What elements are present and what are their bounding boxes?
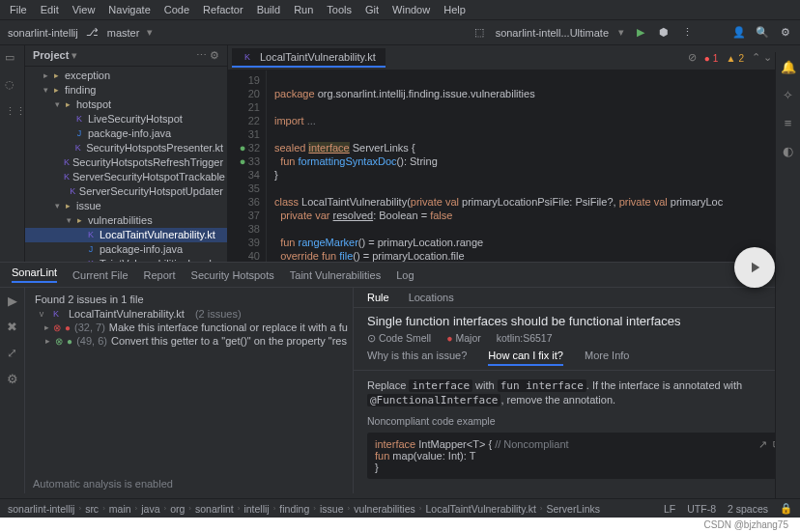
readonly-icon[interactable]: 🔒 [780,502,792,515]
rule-tab[interactable]: Locations [409,292,454,303]
editor-tab[interactable]: K LocalTaintVulnerability.kt [232,48,386,68]
issue-row[interactable]: ▸⊗ ● (49, 6) Convert this getter to a "g… [31,334,347,348]
structure-tool-icon[interactable]: ⋮⋮ [5,105,20,121]
commit-tool-icon[interactable]: ◌ [5,78,20,94]
breadcrumb-item[interactable]: intellij [243,503,269,515]
open-icon[interactable]: ↗ [758,438,767,451]
indent[interactable]: 2 spaces [728,503,768,515]
rule-tab[interactable]: Rule [367,292,389,303]
breadcrumb-item[interactable]: org [170,503,185,515]
analyze-icon[interactable]: ▶ [8,294,17,308]
menu-edit[interactable]: Edit [41,4,59,15]
breadcrumb-item[interactable]: LocalTaintVulnerability.kt [425,503,535,515]
sonar-tab[interactable]: Current File [72,269,128,281]
expand-icon[interactable]: ⤢ [7,346,17,360]
project-name[interactable]: sonarlint-intellij [8,27,78,39]
sidebar-options-icon[interactable]: ⋯ ⚙ [196,49,219,62]
sonarlint-rail: ▶ ✖ ⤢ ⚙ [0,288,25,493]
breadcrumb-item[interactable]: src [85,503,99,515]
menu-build[interactable]: Build [257,4,280,15]
database-icon[interactable]: ≡ [785,116,792,130]
tree-item[interactable]: KLocalTaintVulnerability.kt [25,228,227,242]
more-icon[interactable]: ⋮ [680,26,694,40]
project-tree[interactable]: ▸▸exception▾▸finding▾▸hotspotKLiveSecuri… [25,67,227,262]
git-branch[interactable]: master [107,27,140,39]
rule-nav-item[interactable]: Why is this an issue? [367,350,467,366]
tree-item[interactable]: Jpackage-info.java [25,126,227,141]
search-icon[interactable]: 🔍 [756,26,769,40]
issues-file[interactable]: v K LocalTaintVulnerability.kt (2 issues… [31,307,347,321]
project-sidebar: Project ▾ ⋯ ⚙ ▸▸exception▾▸finding▾▸hots… [25,45,228,262]
breadcrumb-item[interactable]: finding [279,503,309,515]
user-icon[interactable]: 👤 [732,26,746,40]
tree-item[interactable]: KServerSecurityHotspotUpdater [25,184,227,199]
breadcrumb-item[interactable]: ServerLinks [547,503,600,515]
encoding[interactable]: UTF-8 [687,503,716,515]
toolbar: sonarlint-intellij ⎇ master ▾ ⬚ sonarlin… [0,20,800,45]
editor-area: K LocalTaintVulnerability.kt ⊘ ● 1 ▲ 2 ⌃… [228,45,800,262]
ai-icon[interactable]: ⊘ [688,51,697,64]
sonarlint-tabs: SonarLintCurrent FileReportSecurity Hots… [0,263,800,288]
tree-item[interactable]: ▾▸vulnerabilities [25,213,227,228]
filter-icon[interactable]: ⚙ [7,372,18,386]
tree-item[interactable]: ▾▸hotspot [25,98,227,112]
issue-row[interactable]: ▸⊗ ● (32, 7) Make this interface functio… [31,321,347,334]
sonar-tab[interactable]: Report [144,269,176,281]
sonar-tab[interactable]: Security Hotspots [191,269,274,281]
menu-refactor[interactable]: Refactor [203,4,243,15]
breadcrumb-item[interactable]: sonarlint [195,503,234,515]
rule-tabs: RuleLocations [354,288,800,308]
tree-item[interactable]: KSecurityHotspotsPresenter.kt [25,141,227,155]
breadcrumb-item[interactable]: issue [320,503,344,515]
project-tool-icon[interactable]: ▭ [5,51,20,67]
tree-item[interactable]: ▾▸finding [25,83,227,98]
tree-item[interactable]: KSecurityHotspotsRefreshTrigger [25,155,227,170]
fix-text: Replace interface with fun interface. If… [367,378,786,407]
sonar-tab[interactable]: Log [396,269,414,281]
rule-nav-item[interactable]: More Info [585,350,629,366]
code-snippet: ↗⧉ interface IntMapper<T> { // Noncompli… [367,433,786,479]
breadcrumb-item[interactable]: java [141,503,159,515]
breadcrumb-item[interactable]: sonarlint-intellij [8,503,74,515]
menu-file[interactable]: File [10,4,27,15]
tree-item[interactable]: ▾▸issue [25,199,227,213]
menu-git[interactable]: Git [365,4,379,15]
settings-icon[interactable]: ⚙ [779,26,792,40]
menu-tools[interactable]: Tools [327,4,352,15]
sonar-tab[interactable]: SonarLint [12,266,57,283]
menu-window[interactable]: Window [392,4,430,15]
menu-code[interactable]: Code [164,4,189,15]
main-menu: FileEditViewNavigateCodeRefactorBuildRun… [0,0,800,20]
menu-help[interactable]: Help [443,4,466,15]
line-separator[interactable]: LF [664,503,675,515]
run-config[interactable]: sonarlint-intell...Ultimate [496,27,609,39]
menu-navigate[interactable]: Navigate [108,4,150,15]
ai-assistant-icon[interactable]: ✧ [783,88,793,102]
tree-item[interactable]: KLiveSecurityHotspot [25,112,227,126]
tree-item[interactable]: KServerSecurityHotspotTrackable [25,170,227,184]
breadcrumb-bar: sonarlint-intellij›src›main›java›org›son… [0,498,800,518]
breadcrumb-item[interactable]: vulnerabilities [354,503,415,515]
tree-item[interactable]: KTaintVulnerabilitiesLoader [25,257,227,262]
tree-item[interactable]: Jpackage-info.java [25,242,227,257]
rule-nav-item[interactable]: How can I fix it? [488,350,563,366]
rule-nav: Why is this an issue?How can I fix it?Mo… [354,346,800,371]
breadcrumb-item[interactable]: main [109,503,131,515]
menu-run[interactable]: Run [294,4,313,15]
kotlin-file-icon: K [242,51,253,63]
clear-icon[interactable]: ✖ [7,320,17,334]
sonar-tab[interactable]: Taint Vulnerabilities [290,269,381,281]
video-play-overlay[interactable] [734,247,775,288]
debug-icon[interactable]: ⬢ [657,26,671,40]
left-tool-rail: ▭ ◌ ⋮⋮ [0,45,25,262]
branch-icon[interactable]: ⎇ [86,26,100,40]
sonarlint-panel: SonarLintCurrent FileReportSecurity Hots… [0,262,800,493]
run-config-icon[interactable]: ⬚ [472,26,486,40]
notifications-icon[interactable]: 🔔 [781,60,796,74]
menu-view[interactable]: View [72,4,96,15]
tree-item[interactable]: ▸▸exception [25,69,227,83]
code-editor[interactable]: 1920212231● 32● 3334353637383940 package… [228,70,800,262]
sidebar-title: Project ▾ [33,49,77,62]
gradle-icon[interactable]: ◐ [783,144,793,158]
run-icon[interactable]: ▶ [634,26,647,40]
